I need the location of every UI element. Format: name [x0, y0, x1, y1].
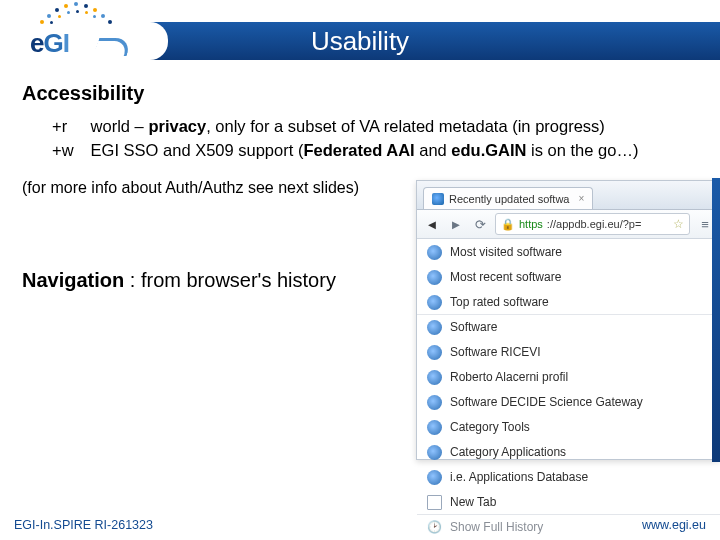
close-tab-icon[interactable]: × [578, 193, 584, 204]
history-item[interactable]: Most recent software [417, 264, 720, 289]
logo-text: eGI [30, 28, 69, 59]
back-icon[interactable]: ◄ [423, 215, 441, 233]
footer-left: EGI-In.SPIRE RI-261323 [14, 518, 153, 532]
navigation-bold: Navigation [22, 269, 124, 291]
forward-icon[interactable]: ► [447, 215, 465, 233]
bullet-write: +w EGI SSO and X509 support (Federated A… [52, 139, 698, 163]
globe-icon [427, 295, 442, 310]
accessibility-heading: Accessibility [22, 82, 698, 105]
history-item[interactable]: Most visited software [417, 239, 720, 264]
browser-toolbar: ◄ ► ⟳ 🔒 https://appdb.egi.eu/?p= ☆ ≡ [417, 209, 720, 239]
history-item[interactable]: Software [417, 314, 720, 339]
history-item[interactable]: Software DECIDE Science Gateway [417, 389, 720, 414]
history-item[interactable]: Top rated software [417, 289, 720, 314]
browser-tab-strip: Recently updated softwa × [417, 181, 720, 209]
egi-logo: eGI [0, 0, 140, 68]
tag-w: +w [52, 139, 86, 163]
logo-swoosh-icon [93, 38, 134, 56]
globe-icon [427, 270, 442, 285]
browser-tab[interactable]: Recently updated softwa × [423, 187, 593, 209]
footer-right: www.egi.eu [642, 518, 706, 532]
slide-header: Usability eGI [0, 0, 720, 68]
url-https: https [519, 218, 543, 230]
history-item[interactable]: Category Tools [417, 414, 720, 439]
tab-title: Recently updated softwa [449, 193, 569, 205]
bullet-read: +r world – privacy, only for a subset of… [52, 115, 698, 139]
history-item[interactable]: Software RICEVI [417, 339, 720, 364]
reload-icon[interactable]: ⟳ [471, 215, 489, 233]
slide-title: Usability [311, 26, 409, 57]
globe-icon [427, 370, 442, 385]
globe-icon [427, 245, 442, 260]
logo-dots-icon [38, 2, 118, 28]
url-rest: ://appdb.egi.eu/?p= [547, 218, 642, 230]
slide-footer: EGI-In.SPIRE RI-261323 www.egi.eu [0, 510, 720, 540]
globe-icon [427, 320, 442, 335]
history-dropdown: Most visited software Most recent softwa… [417, 239, 720, 539]
tag-r: +r [52, 115, 86, 139]
browser-window: Recently updated softwa × ◄ ► ⟳ 🔒 https:… [416, 180, 720, 460]
bookmark-star-icon[interactable]: ☆ [673, 217, 684, 231]
favicon-icon [432, 193, 444, 205]
logo-tab-bg [130, 22, 168, 60]
globe-icon [427, 395, 442, 410]
accessibility-bullets: +r world – privacy, only for a subset of… [52, 115, 698, 163]
globe-icon [427, 470, 442, 485]
doc-icon [427, 495, 442, 510]
history-item[interactable]: i.e. Applications Database [417, 464, 720, 489]
globe-icon [427, 420, 442, 435]
slide-right-accent [712, 178, 720, 462]
lock-icon: 🔒 [501, 218, 515, 231]
history-item[interactable]: Category Applications [417, 439, 720, 464]
globe-icon [427, 445, 442, 460]
history-item[interactable]: Roberto Alacerni profil [417, 364, 720, 389]
address-bar[interactable]: 🔒 https://appdb.egi.eu/?p= ☆ [495, 213, 690, 235]
globe-icon [427, 345, 442, 360]
